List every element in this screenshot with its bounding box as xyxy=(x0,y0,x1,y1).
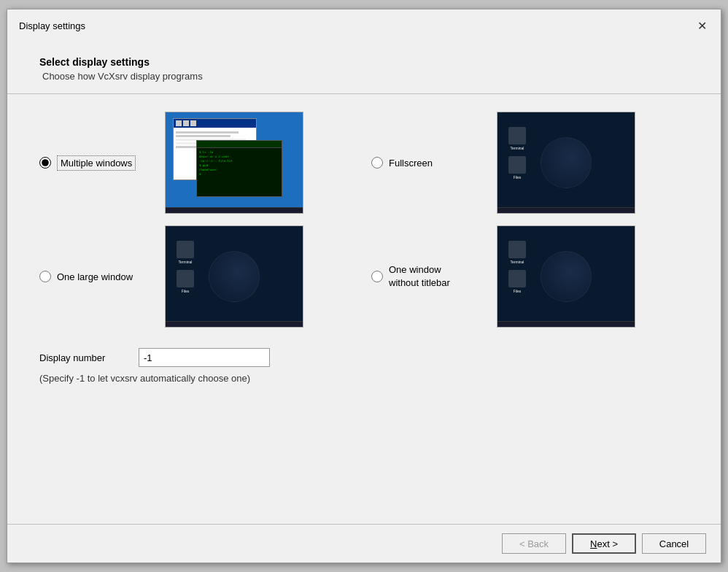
cancel-button[interactable]: Cancel xyxy=(642,533,706,554)
preview-fullscreen: Terminal Files xyxy=(497,112,635,214)
radio-one-window-notitlebar[interactable] xyxy=(371,271,383,282)
display-number-row: Display number -1 xyxy=(39,348,689,367)
option-fullscreen: Fullscreen Terminal Files xyxy=(371,112,689,214)
option-multiple-windows: Multiple windows xyxy=(39,112,357,214)
display-hint: (Specify -1 to let vcxsrv automatically … xyxy=(39,373,689,384)
header-title: Select display settings xyxy=(39,56,689,68)
preview-multiple-windows: $ ls -la drwxr-xr-x 2 user -rw-r--r-- fi… xyxy=(165,112,303,214)
back-button[interactable]: < Back xyxy=(502,533,566,554)
radio-one-large-window[interactable] xyxy=(39,271,51,282)
label-one-large-window[interactable]: One large window xyxy=(57,271,133,282)
option-one-window-notitlebar: One windowwithout titlebar Terminal File… xyxy=(371,225,689,328)
content-section: Multiple windows xyxy=(7,94,721,524)
header-subtitle: Choose how VcXsrv display programs xyxy=(39,71,689,82)
options-grid: Multiple windows xyxy=(39,112,689,328)
dialog-window: Display settings ✕ Select display settin… xyxy=(7,9,721,563)
display-number-label: Display number xyxy=(39,352,127,363)
preview-one-window-notitlebar: Terminal Files xyxy=(497,225,635,328)
header-section: Select display settings Choose how VcXsr… xyxy=(7,42,721,94)
close-button[interactable]: ✕ xyxy=(692,15,712,36)
footer-section: < Back Next > Cancel xyxy=(7,524,721,563)
dialog-title: Display settings xyxy=(19,20,85,31)
title-bar: Display settings ✕ xyxy=(7,9,721,42)
preview-one-large-window: Terminal Files xyxy=(165,225,303,328)
label-fullscreen[interactable]: Fullscreen xyxy=(389,158,433,169)
radio-fullscreen[interactable] xyxy=(371,157,383,169)
option-one-large-window: One large window Terminal Files xyxy=(39,225,357,328)
radio-multiple-windows[interactable] xyxy=(39,157,51,169)
label-one-window-notitlebar[interactable]: One windowwithout titlebar xyxy=(389,263,450,290)
next-button[interactable]: Next > xyxy=(572,533,636,554)
display-number-input[interactable]: -1 xyxy=(139,348,270,367)
label-multiple-windows[interactable]: Multiple windows xyxy=(57,155,136,171)
